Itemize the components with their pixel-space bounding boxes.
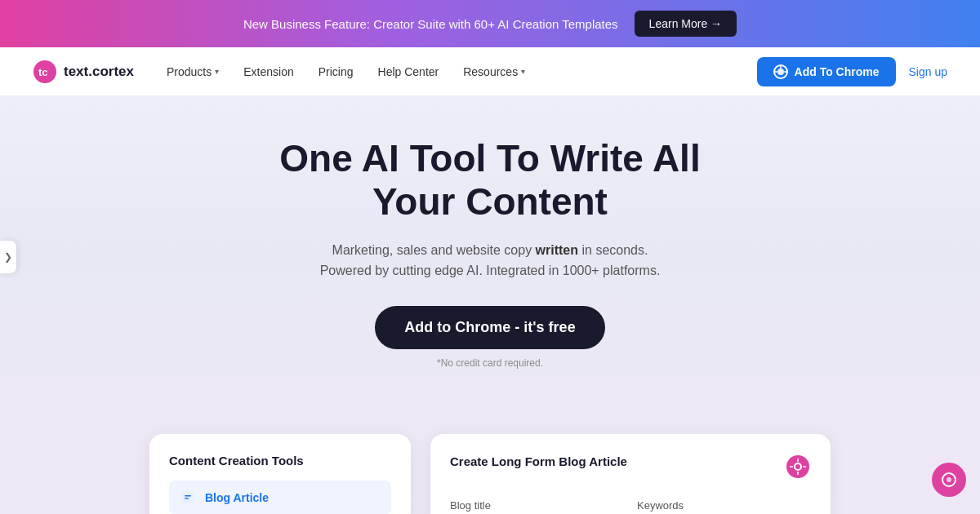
nav-resources[interactable]: Resources ▾ bbox=[463, 65, 525, 78]
hero-section: One AI Tool To Write All Your Content Ma… bbox=[0, 96, 980, 418]
logo[interactable]: tc text.cortex bbox=[33, 60, 134, 84]
chrome-icon bbox=[773, 64, 788, 79]
chevron-down-icon: ▾ bbox=[215, 67, 219, 76]
nav-pricing[interactable]: Pricing bbox=[318, 65, 354, 78]
nav-products[interactable]: Products ▾ bbox=[167, 65, 219, 78]
navbar: tc text.cortex Products ▾ Extension Pric… bbox=[0, 47, 980, 96]
top-banner: New Business Feature: Creator Suite with… bbox=[0, 0, 980, 47]
svg-rect-5 bbox=[185, 495, 191, 497]
learn-more-button[interactable]: Learn More → bbox=[635, 11, 737, 37]
chevron-down-icon: ▾ bbox=[521, 67, 525, 76]
logo-icon: tc bbox=[33, 60, 57, 84]
svg-text:tc: tc bbox=[38, 66, 48, 78]
blog-title-label: Blog title bbox=[450, 499, 624, 512]
right-card-header: Create Long Form Blog Article bbox=[450, 454, 811, 483]
svg-point-21 bbox=[947, 477, 951, 482]
svg-rect-6 bbox=[185, 498, 189, 499]
no-credit-text: *No credit card required. bbox=[33, 357, 947, 369]
right-card-title: Create Long Form Blog Article bbox=[450, 454, 627, 468]
cards-section: Content Creation Tools Blog Article Prod… bbox=[0, 418, 980, 514]
logo-text: text.cortex bbox=[64, 64, 134, 80]
settings-icon[interactable] bbox=[785, 454, 811, 483]
floating-help-icon[interactable] bbox=[931, 462, 967, 501]
signup-link[interactable]: Sign up bbox=[909, 65, 947, 78]
right-card: Create Long Form Blog Article bbox=[430, 434, 831, 514]
left-card-title: Content Creation Tools bbox=[169, 454, 391, 467]
chevron-right-icon: ❯ bbox=[4, 251, 12, 263]
nav-help-center[interactable]: Help Center bbox=[378, 65, 439, 78]
nav-extension[interactable]: Extension bbox=[243, 65, 293, 78]
add-to-chrome-nav-button[interactable]: Add To Chrome bbox=[757, 57, 896, 86]
left-card: Content Creation Tools Blog Article Prod… bbox=[149, 434, 411, 514]
blog-article-icon bbox=[179, 489, 197, 507]
add-to-chrome-main-button[interactable]: Add to Chrome - it's free bbox=[375, 306, 604, 349]
form-row: Blog title How Content Increases Traffic… bbox=[450, 499, 811, 514]
tool-blog-article[interactable]: Blog Article bbox=[169, 481, 391, 514]
keywords-group: Keywords Hint: Type and press enter bbox=[637, 499, 811, 514]
banner-text: New Business Feature: Creator Suite with… bbox=[243, 17, 618, 31]
hero-title: One AI Tool To Write All Your Content bbox=[33, 137, 947, 224]
hero-subtitle: Marketing, sales and website copy writte… bbox=[33, 240, 947, 281]
blog-title-group: Blog title How Content Increases Traffic… bbox=[450, 499, 624, 514]
keywords-label: Keywords bbox=[637, 499, 811, 512]
svg-point-2 bbox=[777, 69, 784, 75]
sidebar-toggle[interactable]: ❯ bbox=[0, 241, 16, 273]
nav-actions: Add To Chrome Sign up bbox=[757, 57, 947, 86]
nav-links: Products ▾ Extension Pricing Help Center… bbox=[167, 65, 757, 78]
